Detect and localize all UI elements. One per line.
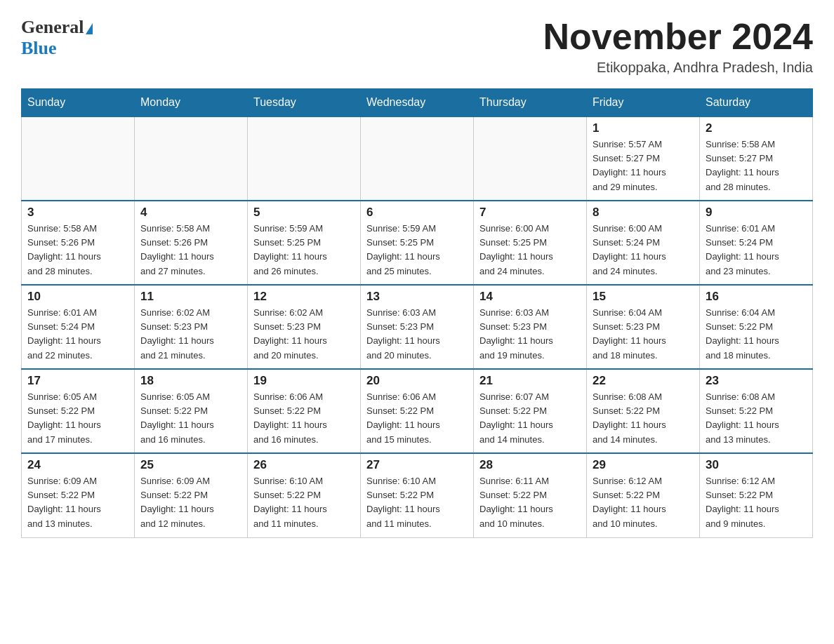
day-number: 12: [253, 290, 355, 304]
day-number: 25: [140, 458, 241, 472]
calendar-cell: 15Sunrise: 6:04 AM Sunset: 5:23 PM Dayli…: [587, 285, 700, 369]
calendar-cell: 27Sunrise: 6:10 AM Sunset: 5:22 PM Dayli…: [361, 453, 474, 537]
calendar-cell: [474, 116, 587, 201]
day-number: 10: [27, 290, 128, 304]
day-info: Sunrise: 6:10 AM Sunset: 5:22 PM Dayligh…: [366, 474, 468, 531]
calendar-cell: 29Sunrise: 6:12 AM Sunset: 5:22 PM Dayli…: [587, 453, 700, 537]
calendar-cell: 21Sunrise: 6:07 AM Sunset: 5:22 PM Dayli…: [474, 369, 587, 453]
calendar-cell: 4Sunrise: 5:58 AM Sunset: 5:26 PM Daylig…: [135, 201, 248, 285]
day-number: 30: [706, 458, 807, 472]
calendar-cell: 23Sunrise: 6:08 AM Sunset: 5:22 PM Dayli…: [700, 369, 813, 453]
day-number: 6: [366, 206, 468, 220]
weekday-header-wednesday: Wednesday: [361, 89, 474, 117]
day-info: Sunrise: 6:04 AM Sunset: 5:22 PM Dayligh…: [706, 306, 807, 363]
weekday-header-sunday: Sunday: [22, 89, 135, 117]
calendar-cell: 22Sunrise: 6:08 AM Sunset: 5:22 PM Dayli…: [587, 369, 700, 453]
calendar-cell: 17Sunrise: 6:05 AM Sunset: 5:22 PM Dayli…: [22, 369, 135, 453]
logo-top: General: [21, 17, 93, 38]
calendar-cell: 13Sunrise: 6:03 AM Sunset: 5:23 PM Dayli…: [361, 285, 474, 369]
day-info: Sunrise: 6:11 AM Sunset: 5:22 PM Dayligh…: [479, 474, 581, 531]
day-number: 24: [27, 458, 128, 472]
day-number: 23: [706, 374, 807, 388]
day-number: 22: [593, 374, 694, 388]
day-number: 26: [253, 458, 355, 472]
calendar-cell: [248, 116, 361, 201]
logo-general-text: General: [21, 17, 84, 38]
day-info: Sunrise: 6:04 AM Sunset: 5:23 PM Dayligh…: [593, 306, 694, 363]
day-info: Sunrise: 6:02 AM Sunset: 5:23 PM Dayligh…: [253, 306, 355, 363]
day-info: Sunrise: 6:06 AM Sunset: 5:22 PM Dayligh…: [253, 390, 355, 447]
day-number: 16: [706, 290, 807, 304]
logo-triangle-icon: [86, 23, 93, 34]
day-number: 19: [253, 374, 355, 388]
week-row-4: 17Sunrise: 6:05 AM Sunset: 5:22 PM Dayli…: [22, 369, 813, 453]
calendar-cell: [361, 116, 474, 201]
day-number: 9: [706, 206, 807, 220]
day-number: 8: [593, 206, 694, 220]
day-info: Sunrise: 6:08 AM Sunset: 5:22 PM Dayligh…: [593, 390, 694, 447]
day-number: 11: [140, 290, 241, 304]
weekday-header-monday: Monday: [135, 89, 248, 117]
day-number: 2: [706, 121, 807, 135]
week-row-5: 24Sunrise: 6:09 AM Sunset: 5:22 PM Dayli…: [22, 453, 813, 537]
week-row-2: 3Sunrise: 5:58 AM Sunset: 5:26 PM Daylig…: [22, 201, 813, 285]
calendar-cell: 14Sunrise: 6:03 AM Sunset: 5:23 PM Dayli…: [474, 285, 587, 369]
calendar-cell: [22, 116, 135, 201]
day-info: Sunrise: 6:05 AM Sunset: 5:22 PM Dayligh…: [27, 390, 128, 447]
calendar-cell: 19Sunrise: 6:06 AM Sunset: 5:22 PM Dayli…: [248, 369, 361, 453]
calendar-cell: 2Sunrise: 5:58 AM Sunset: 5:27 PM Daylig…: [700, 116, 813, 201]
logo: General Blue: [21, 17, 93, 59]
weekday-header-saturday: Saturday: [700, 89, 813, 117]
day-number: 17: [27, 374, 128, 388]
month-title: November 2024: [543, 17, 813, 57]
calendar-cell: 7Sunrise: 6:00 AM Sunset: 5:25 PM Daylig…: [474, 201, 587, 285]
day-number: 7: [479, 206, 581, 220]
calendar-cell: 1Sunrise: 5:57 AM Sunset: 5:27 PM Daylig…: [587, 116, 700, 201]
day-number: 14: [479, 290, 581, 304]
location: Etikoppaka, Andhra Pradesh, India: [543, 60, 813, 76]
calendar-cell: 24Sunrise: 6:09 AM Sunset: 5:22 PM Dayli…: [22, 453, 135, 537]
day-info: Sunrise: 6:08 AM Sunset: 5:22 PM Dayligh…: [706, 390, 807, 447]
day-info: Sunrise: 5:57 AM Sunset: 5:27 PM Dayligh…: [593, 137, 694, 194]
weekday-header-thursday: Thursday: [474, 89, 587, 117]
day-number: 20: [366, 374, 468, 388]
logo-blue-text: Blue: [21, 38, 57, 59]
calendar-cell: 3Sunrise: 5:58 AM Sunset: 5:26 PM Daylig…: [22, 201, 135, 285]
calendar-cell: 10Sunrise: 6:01 AM Sunset: 5:24 PM Dayli…: [22, 285, 135, 369]
calendar-table: SundayMondayTuesdayWednesdayThursdayFrid…: [21, 88, 813, 538]
week-row-3: 10Sunrise: 6:01 AM Sunset: 5:24 PM Dayli…: [22, 285, 813, 369]
day-number: 5: [253, 206, 355, 220]
day-info: Sunrise: 6:01 AM Sunset: 5:24 PM Dayligh…: [27, 306, 128, 363]
day-number: 29: [593, 458, 694, 472]
day-info: Sunrise: 5:59 AM Sunset: 5:25 PM Dayligh…: [253, 222, 355, 279]
day-number: 15: [593, 290, 694, 304]
day-number: 1: [593, 121, 694, 135]
day-info: Sunrise: 6:12 AM Sunset: 5:22 PM Dayligh…: [706, 474, 807, 531]
day-info: Sunrise: 6:02 AM Sunset: 5:23 PM Dayligh…: [140, 306, 241, 363]
day-info: Sunrise: 5:58 AM Sunset: 5:27 PM Dayligh…: [706, 137, 807, 194]
weekday-header-friday: Friday: [587, 89, 700, 117]
calendar-cell: 26Sunrise: 6:10 AM Sunset: 5:22 PM Dayli…: [248, 453, 361, 537]
day-info: Sunrise: 6:03 AM Sunset: 5:23 PM Dayligh…: [366, 306, 468, 363]
day-number: 13: [366, 290, 468, 304]
week-row-1: 1Sunrise: 5:57 AM Sunset: 5:27 PM Daylig…: [22, 116, 813, 201]
day-info: Sunrise: 6:03 AM Sunset: 5:23 PM Dayligh…: [479, 306, 581, 363]
day-info: Sunrise: 6:09 AM Sunset: 5:22 PM Dayligh…: [140, 474, 241, 531]
calendar-cell: 12Sunrise: 6:02 AM Sunset: 5:23 PM Dayli…: [248, 285, 361, 369]
day-number: 27: [366, 458, 468, 472]
day-info: Sunrise: 6:10 AM Sunset: 5:22 PM Dayligh…: [253, 474, 355, 531]
calendar-cell: 8Sunrise: 6:00 AM Sunset: 5:24 PM Daylig…: [587, 201, 700, 285]
calendar-cell: 5Sunrise: 5:59 AM Sunset: 5:25 PM Daylig…: [248, 201, 361, 285]
day-info: Sunrise: 6:00 AM Sunset: 5:25 PM Dayligh…: [479, 222, 581, 279]
calendar-cell: 30Sunrise: 6:12 AM Sunset: 5:22 PM Dayli…: [700, 453, 813, 537]
day-number: 28: [479, 458, 581, 472]
calendar-cell: 11Sunrise: 6:02 AM Sunset: 5:23 PM Dayli…: [135, 285, 248, 369]
day-number: 18: [140, 374, 241, 388]
calendar-cell: 18Sunrise: 6:05 AM Sunset: 5:22 PM Dayli…: [135, 369, 248, 453]
calendar-cell: [135, 116, 248, 201]
day-info: Sunrise: 6:06 AM Sunset: 5:22 PM Dayligh…: [366, 390, 468, 447]
day-info: Sunrise: 5:59 AM Sunset: 5:25 PM Dayligh…: [366, 222, 468, 279]
day-info: Sunrise: 6:00 AM Sunset: 5:24 PM Dayligh…: [593, 222, 694, 279]
title-block: November 2024 Etikoppaka, Andhra Pradesh…: [543, 17, 813, 76]
page-header: General Blue November 2024 Etikoppaka, A…: [21, 17, 813, 76]
